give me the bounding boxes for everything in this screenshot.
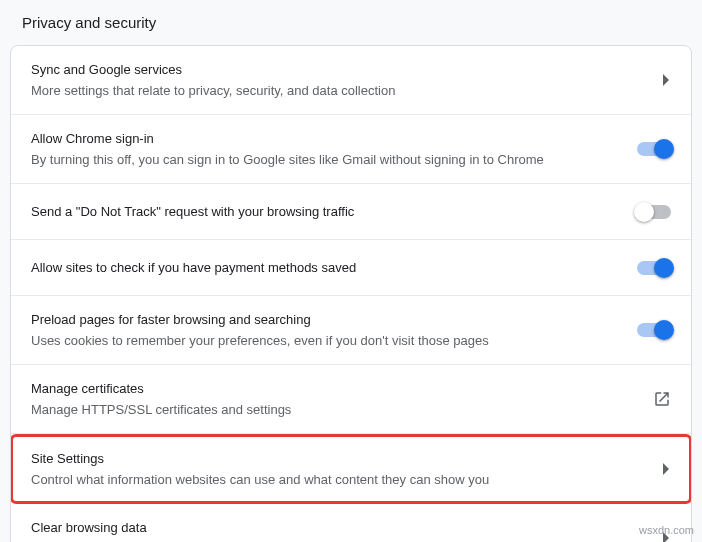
row-preload-pages[interactable]: Preload pages for faster browsing and se… [11, 296, 691, 365]
row-title: Clear browsing data [31, 518, 647, 538]
row-title: Send a "Do Not Track" request with your … [31, 202, 621, 222]
row-title: Sync and Google services [31, 60, 647, 80]
open-external-icon [653, 390, 671, 408]
chevron-right-icon [663, 74, 671, 86]
row-manage-certificates[interactable]: Manage certificates Manage HTTPS/SSL cer… [11, 365, 691, 434]
row-site-settings[interactable]: Site Settings Control what information w… [13, 437, 689, 501]
row-payment-methods[interactable]: Allow sites to check if you have payment… [11, 240, 691, 296]
row-desc: Uses cookies to remember your preference… [31, 331, 621, 350]
highlight-annotation: Site Settings Control what information w… [10, 434, 692, 504]
row-desc: More settings that relate to privacy, se… [31, 81, 647, 100]
row-do-not-track[interactable]: Send a "Do Not Track" request with your … [11, 184, 691, 240]
toggle-payment-methods[interactable] [637, 261, 671, 275]
row-text: Clear browsing data Clear history, cooki… [31, 518, 647, 542]
row-title: Manage certificates [31, 379, 637, 399]
toggle-preload-pages[interactable] [637, 323, 671, 337]
row-sync-google-services[interactable]: Sync and Google services More settings t… [11, 46, 691, 115]
row-desc: Control what information websites can us… [31, 470, 647, 489]
row-title: Allow Chrome sign-in [31, 129, 621, 149]
row-text: Sync and Google services More settings t… [31, 60, 647, 100]
toggle-on-icon [637, 261, 671, 275]
watermark: wsxdn.com [639, 524, 694, 536]
row-text: Site Settings Control what information w… [31, 449, 647, 489]
row-text: Preload pages for faster browsing and se… [31, 310, 621, 350]
row-title: Site Settings [31, 449, 647, 469]
toggle-on-icon [637, 323, 671, 337]
privacy-security-card: Sync and Google services More settings t… [10, 45, 692, 542]
row-text: Manage certificates Manage HTTPS/SSL cer… [31, 379, 637, 419]
row-text: Allow sites to check if you have payment… [31, 258, 621, 278]
row-text: Send a "Do Not Track" request with your … [31, 202, 621, 222]
row-desc: By turning this off, you can sign in to … [31, 150, 621, 169]
toggle-allow-chrome-signin[interactable] [637, 142, 671, 156]
row-title: Preload pages for faster browsing and se… [31, 310, 621, 330]
row-desc: Manage HTTPS/SSL certificates and settin… [31, 400, 637, 419]
toggle-on-icon [637, 142, 671, 156]
chevron-right-icon [663, 463, 671, 475]
row-clear-browsing-data[interactable]: Clear browsing data Clear history, cooki… [11, 504, 691, 542]
toggle-do-not-track[interactable] [637, 205, 671, 219]
page-title: Privacy and security [10, 14, 692, 45]
row-title: Allow sites to check if you have payment… [31, 258, 621, 278]
toggle-off-icon [637, 205, 671, 219]
row-allow-chrome-signin[interactable]: Allow Chrome sign-in By turning this off… [11, 115, 691, 184]
row-text: Allow Chrome sign-in By turning this off… [31, 129, 621, 169]
